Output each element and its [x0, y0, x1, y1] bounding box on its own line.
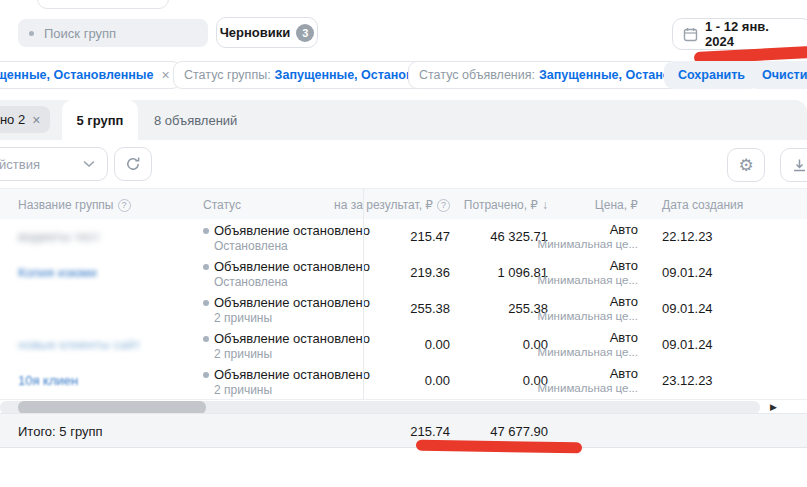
column-header-spent[interactable]: Потрачено, ₽ ↓ [464, 198, 548, 212]
price-cell: Авто Минимальная це... [538, 330, 638, 358]
table-row[interactable]: Объявление остановлено 2 причины 255.38 … [0, 291, 807, 328]
status-subtext: 2 причины [214, 347, 370, 361]
status-cell: Объявление остановлено 2 причины [203, 295, 370, 325]
frozen-pane-divider [363, 188, 364, 399]
date-range-picker[interactable]: 1 - 12 янв. 2024 [672, 18, 807, 50]
download-icon [792, 158, 807, 173]
column-header-cost-per-result[interactable]: на за результат, ₽ ? [334, 198, 450, 212]
group-name-link[interactable]: новые клиенты сайт [18, 337, 140, 352]
price-cell: Авто Минимальная це... [538, 294, 638, 322]
status-text: Объявление остановлено [214, 367, 370, 382]
created-date: 09.01.24 [662, 337, 713, 352]
column-header-name: Название группы ? [18, 198, 131, 212]
refresh-button[interactable] [114, 147, 152, 181]
table-row[interactable]: виджеты тест Объявление остановлено Оста… [0, 219, 807, 256]
column-header-cpr-label: на за результат, ₽ [334, 198, 433, 212]
actions-dropdown[interactable]: Действия [0, 147, 108, 181]
gear-icon: ⚙ [738, 155, 753, 176]
table-header: Название группы ? Статус на за результат… [0, 188, 807, 220]
status-dot-icon [203, 228, 209, 234]
status-cell: Объявление остановлено 2 причины [203, 367, 370, 397]
created-date: 23.12.23 [662, 373, 713, 388]
help-icon[interactable]: ? [118, 199, 131, 212]
column-header-created[interactable]: Дата создания [662, 198, 743, 212]
export-button[interactable] [780, 148, 807, 182]
settings-button[interactable]: ⚙ [727, 148, 765, 182]
status-subtext: Остановлена [214, 275, 370, 289]
status-dot-icon [203, 336, 209, 342]
price-strategy: Минимальная це... [538, 382, 638, 394]
price-mode: Авто [538, 258, 638, 273]
selection-chip[interactable]: Выбрано 2 × [0, 106, 50, 133]
column-header-spent-label: Потрачено, ₽ [464, 198, 538, 212]
drafts-button[interactable]: Черновики 3 [216, 17, 318, 48]
created-date: 09.01.24 [662, 301, 713, 316]
status-subtext: Остановлена [214, 239, 370, 253]
status-subtext: 2 причины [214, 383, 370, 397]
status-dot-icon [203, 300, 209, 306]
search-icon [29, 31, 34, 36]
price-mode: Авто [538, 294, 638, 309]
price-mode: Авто [538, 366, 638, 381]
clear-filters-button[interactable]: Очистить [748, 61, 807, 89]
refresh-icon [125, 156, 141, 172]
totals-row: Итого: 5 групп 215.74 47 677.90 [0, 413, 807, 448]
group-name-link[interactable]: 10я клиен [18, 373, 78, 388]
price-cell: Авто Минимальная це... [538, 366, 638, 394]
column-header-price-label: Цена, ₽ [595, 198, 638, 212]
status-dot-icon [203, 372, 209, 378]
actions-label: Действия [0, 157, 40, 172]
totals-label: Итого: 5 групп [18, 424, 103, 439]
status-dot-icon [203, 264, 209, 270]
created-date: 09.01.24 [662, 265, 713, 280]
search-input[interactable] [42, 25, 196, 42]
tab-ads[interactable]: 8 объявлений [140, 100, 251, 140]
marker-annotation-totals [416, 440, 582, 454]
column-header-price[interactable]: Цена, ₽ [595, 198, 638, 212]
price-strategy: Минимальная це... [538, 310, 638, 322]
tab-groups[interactable]: 5 групп [62, 100, 138, 140]
price-cell: Авто Минимальная це... [538, 258, 638, 286]
column-header-created-label: Дата создания [662, 198, 743, 212]
cost-per-result-value: 215.47 [410, 229, 450, 244]
drafts-count-badge: 3 [296, 24, 314, 42]
close-icon[interactable]: × [161, 67, 169, 83]
price-strategy: Минимальная це... [538, 238, 638, 250]
group-name-link[interactable]: виджеты тест [18, 229, 100, 244]
selection-chip-label: Выбрано 2 [0, 112, 25, 127]
table-row[interactable]: новые клиенты сайт Объявление остановлен… [0, 327, 807, 364]
totals-cost-per-result: 215.74 [410, 424, 450, 439]
cost-per-result-value: 219.36 [410, 265, 450, 280]
column-header-name-label: Название группы [18, 198, 114, 212]
group-name-link[interactable]: Копия изюми [18, 265, 97, 280]
scroll-right-icon[interactable]: ▶ [770, 402, 777, 412]
search-groups-field[interactable] [18, 19, 208, 47]
status-cell: Объявление остановлено Остановлена [203, 223, 370, 253]
help-icon[interactable]: ? [437, 199, 450, 212]
status-cell: Объявление остановлено 2 причины [203, 331, 370, 361]
clipped-element-above [37, 0, 169, 9]
drafts-label: Черновики [220, 25, 291, 40]
status-cell: Объявление остановлено Остановлена [203, 259, 370, 289]
calendar-icon [683, 27, 698, 42]
table-row[interactable]: Копия изюми Объявление остановлено Остан… [0, 255, 807, 292]
created-date: 22.12.23 [662, 229, 713, 244]
chevron-down-icon [83, 160, 95, 168]
cost-per-result-value: 0.00 [425, 373, 450, 388]
save-filters-button[interactable]: Сохранить [664, 61, 759, 89]
status-text: Объявление остановлено [214, 259, 370, 274]
close-icon[interactable]: × [32, 112, 40, 128]
status-text: Объявление остановлено [214, 295, 370, 310]
filter-chip-label: Статус группы: [184, 68, 271, 82]
price-mode: Авто [538, 222, 638, 237]
status-subtext: 2 причины [214, 311, 370, 325]
sort-desc-icon: ↓ [542, 198, 548, 212]
price-strategy: Минимальная це... [538, 274, 638, 286]
filter-chip-campaign-status[interactable]: Запущенные, Остановленные × [0, 61, 181, 89]
filter-chip-value: Запущенные, Остановленные [0, 68, 153, 82]
date-range-value: 1 - 12 янв. 2024 [705, 19, 801, 49]
cost-per-result-value: 255.38 [410, 301, 450, 316]
cost-per-result-value: 0.00 [425, 337, 450, 352]
column-header-status: Статус [203, 198, 241, 212]
table-row[interactable]: 10я клиен Объявление остановлено 2 причи… [0, 363, 807, 400]
